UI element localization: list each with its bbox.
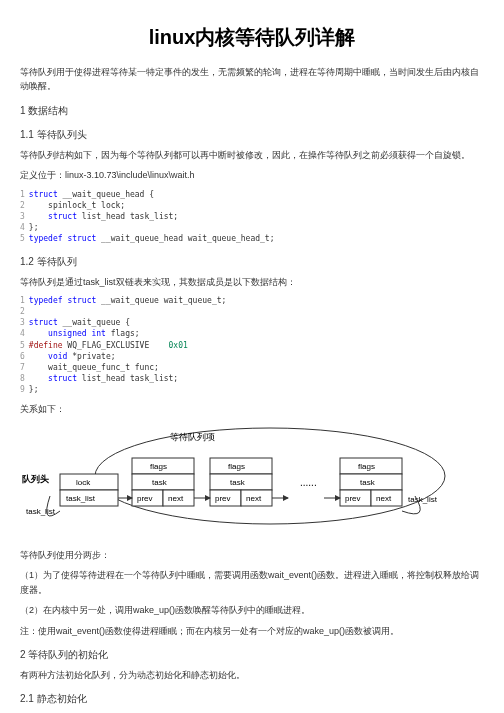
s2-p: 有两种方法初始化队列，分为动态初始化和静态初始化。 bbox=[20, 668, 484, 682]
svg-text:prev: prev bbox=[137, 494, 153, 503]
section-1-1: 1.1 等待队列头 bbox=[20, 128, 484, 142]
section-1-2: 1.2 等待队列 bbox=[20, 255, 484, 269]
section-2: 2 等待队列的初始化 bbox=[20, 648, 484, 662]
s1-1-p2: 定义位于：linux-3.10.73\include\linux\wait.h bbox=[20, 168, 484, 182]
diagram-top-label: 等待队列项 bbox=[170, 432, 215, 442]
svg-text:prev: prev bbox=[215, 494, 231, 503]
s1-1-p1: 等待队列结构如下，因为每个等待队列都可以再中断时被修改，因此，在操作等待队列之前… bbox=[20, 148, 484, 162]
s1-2-p1: 等待队列是通过task_list双链表来实现，其数据成员是以下数据结构： bbox=[20, 275, 484, 289]
svg-text:next: next bbox=[168, 494, 184, 503]
svg-text:flags: flags bbox=[228, 462, 245, 471]
diagram-head-box: lock task_list bbox=[60, 474, 118, 506]
code-wait-queue-head: 1struct __wait_queue_head { 2 spinlock_t… bbox=[20, 189, 484, 245]
diagram-item-2: flags task prev next bbox=[340, 458, 402, 506]
svg-text:next: next bbox=[246, 494, 262, 503]
svg-text:flags: flags bbox=[358, 462, 375, 471]
svg-text:task_list: task_list bbox=[66, 494, 96, 503]
section-1: 1 数据结构 bbox=[20, 104, 484, 118]
task-list-right: task_list bbox=[408, 495, 438, 504]
svg-text:prev: prev bbox=[345, 494, 361, 503]
diagram-item-0: flags task prev next bbox=[132, 458, 194, 506]
task-list-left: task_list bbox=[26, 507, 56, 516]
section-2-1: 2.1 静态初始化 bbox=[20, 692, 484, 706]
diagram-dots: ...... bbox=[300, 477, 317, 488]
usage-steps: 等待队列使用分两步： bbox=[20, 548, 484, 562]
diagram-left-label: 队列头 bbox=[22, 474, 49, 484]
usage-step-1: （1）为了使得等待进程在一个等待队列中睡眠，需要调用函数wait_event()… bbox=[20, 568, 484, 597]
code-wait-queue: 1typedef struct __wait_queue wait_queue_… bbox=[20, 295, 484, 396]
intro-text: 等待队列用于使得进程等待某一特定事件的发生，无需频繁的轮询，进程在等待周期中睡眠… bbox=[20, 65, 484, 94]
page-title: linux内核等待队列详解 bbox=[20, 24, 484, 51]
usage-note: 注：使用wait_event()函数使得进程睡眠；而在内核另一处有一个对应的wa… bbox=[20, 624, 484, 638]
svg-text:flags: flags bbox=[150, 462, 167, 471]
svg-text:task: task bbox=[152, 478, 168, 487]
svg-text:lock: lock bbox=[76, 478, 91, 487]
usage-step-2: （2）在内核中另一处，调用wake_up()函数唤醒等待队列中的睡眠进程。 bbox=[20, 603, 484, 617]
svg-text:next: next bbox=[376, 494, 392, 503]
diagram-item-1: flags task prev next bbox=[210, 458, 272, 506]
svg-text:task: task bbox=[360, 478, 376, 487]
svg-text:task: task bbox=[230, 478, 246, 487]
wait-queue-diagram: 等待队列项 队列头 lock task_list task_list flags… bbox=[20, 426, 484, 538]
relation-label: 关系如下： bbox=[20, 402, 484, 416]
